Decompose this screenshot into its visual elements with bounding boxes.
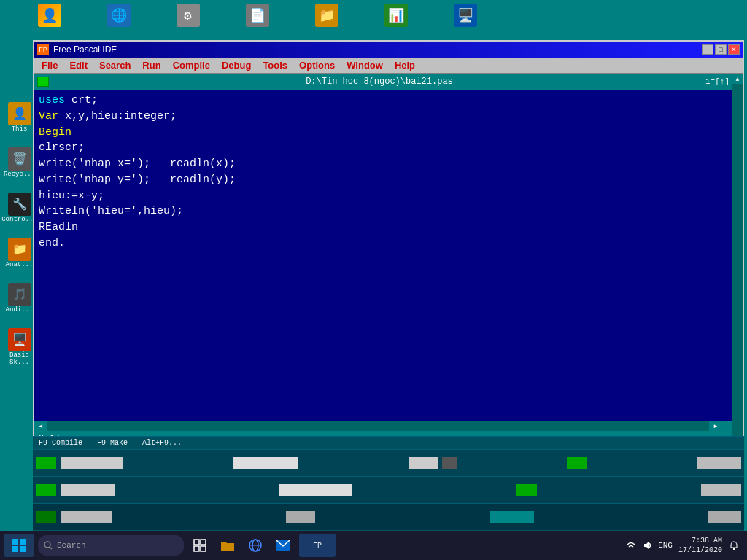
menu-options[interactable]: Options (295, 58, 339, 72)
desktop-icon-7[interactable]: 🖥️ (449, 4, 481, 28)
bar-white-8 (61, 511, 112, 523)
svg-rect-8 (194, 546, 199, 551)
desktop-icon-left-6[interactable]: 🖥️ BasicSk... (3, 328, 36, 366)
code-line-5: write('nhap x='); readln(x); (39, 156, 728, 172)
svg-line-5 (50, 547, 52, 549)
search-placeholder: Search (57, 541, 86, 550)
notification-button[interactable] (728, 540, 740, 551)
pascal-taskbar-label: FP (313, 542, 322, 550)
folder-icon (220, 539, 235, 552)
menu-debug[interactable]: Debug (217, 58, 255, 72)
volume-icon (642, 540, 652, 551)
bar-green-3 (36, 484, 56, 496)
task-view-icon (193, 539, 206, 552)
bar-white-3 (409, 457, 438, 469)
code-title-green-box (37, 77, 49, 87)
menu-tools[interactable]: Tools (258, 58, 292, 72)
desktop-icon-6[interactable]: 📊 (379, 4, 412, 28)
code-line-3: Begin (39, 125, 728, 141)
svg-rect-0 (12, 539, 18, 545)
code-line-indicator: 1=[↑] (705, 77, 729, 86)
svg-rect-6 (194, 540, 199, 545)
desktop-icon-3[interactable]: ⚙️ (171, 4, 204, 28)
code-line-4: clrscr; (39, 140, 728, 156)
scroll-h-track[interactable] (47, 421, 709, 431)
menu-search[interactable]: Search (95, 58, 135, 72)
mail-button[interactable] (271, 534, 295, 557)
menu-compile[interactable]: Compile (169, 58, 214, 72)
desktop-icon-4[interactable]: 📄 (241, 4, 274, 28)
scroll-left-arrow[interactable]: ◄ (34, 421, 47, 431)
desktop-icon-left-3[interactable]: 🔧 Contro... (3, 192, 36, 223)
scroll-right-arrow[interactable]: ► (709, 421, 722, 431)
menu-file[interactable]: File (37, 58, 62, 72)
taskbar-search-box[interactable]: Search (38, 535, 184, 556)
bar-dark-1 (442, 457, 457, 469)
hint-altf9: Alt+F9... (142, 439, 182, 447)
svg-marker-14 (644, 542, 649, 549)
menu-bar: File Edit Search Run Compile Debug Tools… (34, 58, 743, 74)
bar-teal-1 (490, 511, 534, 523)
icon-label-anat: Anat... (6, 261, 34, 268)
scroll-up-arrow[interactable]: ▲ (732, 74, 743, 84)
bar-green-1 (36, 457, 56, 469)
clock-time: 7:38 AM (678, 536, 722, 545)
start-button[interactable] (4, 534, 34, 557)
desktop-icon-left-1[interactable]: 👤 This (3, 102, 36, 133)
menu-edit[interactable]: Edit (65, 58, 92, 72)
task-view-button[interactable] (188, 534, 212, 557)
desktop-icon-1[interactable]: 👤 (33, 4, 66, 28)
pascal-hints-bar: F9 Compile F9 Make Alt+F9... (33, 436, 744, 449)
icon-label-basic: BasicSk... (9, 351, 29, 366)
bar-white-10 (708, 511, 741, 523)
code-title-bar: D:\Tin hoc 8(ngoc)\bai21.pas 1=[↑] (34, 74, 732, 90)
mail-icon (276, 540, 290, 551)
title-bar-buttons: — □ ✕ (702, 44, 740, 55)
close-button[interactable]: ✕ (728, 44, 740, 55)
menu-window[interactable]: Window (342, 58, 387, 72)
svg-rect-7 (201, 540, 206, 545)
pascal-taskbar-button[interactable]: FP (299, 534, 336, 557)
clock-date: 17/11/2020 (678, 545, 722, 555)
file-explorer-button[interactable] (216, 534, 239, 557)
minimize-button[interactable]: — (702, 44, 713, 55)
system-clock: 7:38 AM 17/11/2020 (678, 536, 722, 555)
desktop-icon-left-5[interactable]: 🎵 Audi... (3, 283, 36, 314)
bar-white-5 (61, 484, 115, 496)
scroll-v-track[interactable] (732, 84, 743, 437)
system-tray: ENG 7:38 AM 17/11/2020 (626, 536, 743, 555)
code-line-6: write('nhap y='); readln(y); (39, 172, 728, 188)
code-main: D:\Tin hoc 8(ngoc)\bai21.pas 1=[↑] uses … (34, 74, 732, 447)
bar-white-6 (279, 484, 352, 496)
desktop-icon-2[interactable]: 🌐 (102, 4, 135, 28)
desktop-icon-5[interactable]: 📁 (310, 4, 343, 28)
desktop-icon-left-4[interactable]: 📁 Anat... (3, 238, 36, 268)
bottom-bar-row-3 (33, 503, 744, 530)
code-area-wrapper: D:\Tin hoc 8(ngoc)\bai21.pas 1=[↑] uses … (34, 74, 743, 447)
bar-green-4 (516, 484, 537, 496)
icon-label-recycle: Recyc... (4, 171, 35, 178)
svg-rect-3 (20, 546, 26, 552)
code-line-10: end. (39, 236, 728, 252)
menu-help[interactable]: Help (390, 58, 419, 72)
bar-white-1 (61, 457, 123, 469)
browser-icon (248, 538, 263, 553)
ide-title-bar: FP Free Pascal IDE — □ ✕ (34, 42, 743, 58)
scroll-vertical[interactable]: ▲ ▼ (732, 74, 743, 447)
svg-rect-1 (20, 539, 26, 545)
bar-white-9 (286, 511, 315, 523)
menu-run[interactable]: Run (138, 58, 165, 72)
browser-button[interactable] (244, 534, 267, 557)
svg-rect-9 (201, 546, 206, 551)
icon-label-control: Contro... (1, 216, 37, 223)
code-editor[interactable]: uses crt; Var x,y,hieu:integer; Begin cl… (34, 90, 732, 421)
ide-window-icon: FP (37, 44, 49, 55)
svg-rect-15 (733, 548, 735, 550)
desktop-icon-left-2[interactable]: 🗑️ Recyc... (3, 147, 36, 178)
bottom-bar-row-2 (33, 476, 744, 503)
bottom-preview-area: F9 Compile F9 Make Alt+F9... (33, 436, 744, 531)
search-icon (44, 541, 53, 550)
scroll-horizontal[interactable]: ◄ ► (34, 421, 732, 431)
bar-green-5 (36, 511, 56, 523)
maximize-button[interactable]: □ (715, 44, 727, 55)
